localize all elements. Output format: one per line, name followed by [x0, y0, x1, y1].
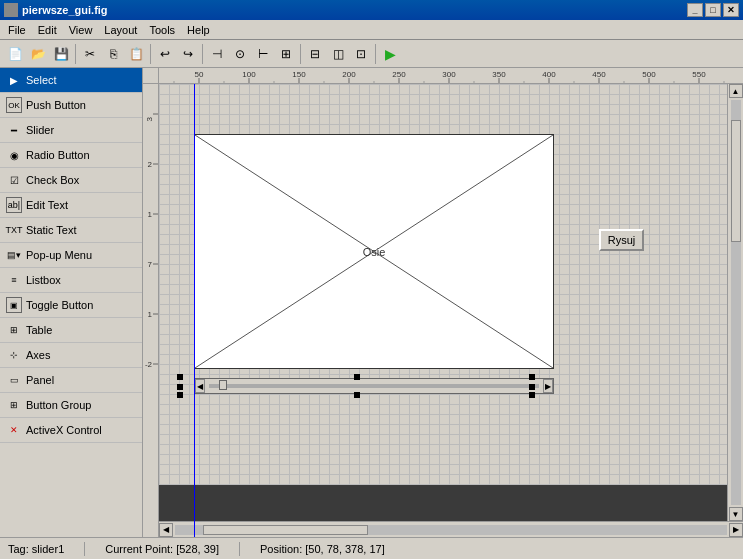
status-position: Position: [50, 78, 378, 17] — [260, 543, 385, 555]
open-button[interactable]: 📂 — [27, 43, 49, 65]
hscroll-track[interactable] — [175, 525, 727, 535]
align-center-button[interactable]: ⊙ — [229, 43, 251, 65]
menu-help[interactable]: Help — [181, 22, 216, 38]
slider-widget[interactable]: ◀ ▶ — [194, 378, 554, 394]
sidebar-label-static-text: Static Text — [26, 224, 77, 236]
handle-nw[interactable] — [177, 374, 183, 380]
sidebar-item-check-box[interactable]: ☑ Check Box — [0, 168, 142, 193]
slider-thumb[interactable] — [219, 380, 227, 390]
svg-text:550: 550 — [692, 70, 706, 79]
hscroll-thumb[interactable] — [203, 525, 369, 535]
align-right-button[interactable]: ⊢ — [252, 43, 274, 65]
listbox-icon: ≡ — [6, 272, 22, 288]
distribute-button[interactable]: ⊞ — [275, 43, 297, 65]
redo-button[interactable]: ↪ — [177, 43, 199, 65]
new-button[interactable]: 📄 — [4, 43, 26, 65]
sidebar-item-slider[interactable]: ━ Slider — [0, 118, 142, 143]
svg-text:1: 1 — [148, 310, 153, 319]
sidebar-item-popup-menu[interactable]: ▤▾ Pop-up Menu — [0, 243, 142, 268]
handle-sw[interactable] — [177, 392, 183, 398]
ruler-top: 50 100 150 200 250 300 350 400 450 500 — [159, 68, 743, 84]
main-layout: ▶ Select OK Push Button ━ Slider ◉ Radio… — [0, 68, 743, 537]
hscrollbar[interactable]: ◀ ▶ — [159, 521, 743, 537]
maximize-button[interactable]: □ — [705, 3, 721, 17]
svg-text:450: 450 — [592, 70, 606, 79]
undo-button[interactable]: ↩ — [154, 43, 176, 65]
grid-canvas[interactable]: Osie ◀ ▶ Rysuj — [159, 84, 743, 537]
cut-button[interactable]: ✂ — [79, 43, 101, 65]
handle-se[interactable] — [529, 392, 535, 398]
menu-file[interactable]: File — [2, 22, 32, 38]
sidebar-label-button-group: Button Group — [26, 399, 91, 411]
menu-view[interactable]: View — [63, 22, 99, 38]
canvas-area[interactable]: 50 100 150 200 250 300 350 400 450 500 — [143, 68, 743, 537]
popup-menu-icon: ▤▾ — [6, 247, 22, 263]
vscrollbar[interactable]: ▲ ▼ — [727, 84, 743, 521]
paste-button[interactable]: 📋 — [125, 43, 147, 65]
grid-button[interactable]: ⊟ — [304, 43, 326, 65]
sidebar-item-activex[interactable]: ✕ ActiveX Control — [0, 418, 142, 443]
align-left-button[interactable]: ⊣ — [206, 43, 228, 65]
vscroll-up-btn[interactable]: ▲ — [729, 84, 743, 98]
sidebar-item-toggle-button[interactable]: ▣ Toggle Button — [0, 293, 142, 318]
close-button[interactable]: ✕ — [723, 3, 739, 17]
axes-icon: ⊹ — [6, 347, 22, 363]
titlebar-title: pierwsze_gui.fig — [22, 4, 108, 16]
check-box-icon: ☑ — [6, 172, 22, 188]
minimize-button[interactable]: _ — [687, 3, 703, 17]
sidebar-item-axes[interactable]: ⊹ Axes — [0, 343, 142, 368]
sidebar-item-panel[interactable]: ▭ Panel — [0, 368, 142, 393]
titlebar-left: pierwsze_gui.fig — [4, 3, 108, 17]
sidebar-label-panel: Panel — [26, 374, 54, 386]
handle-n[interactable] — [354, 374, 360, 380]
menu-edit[interactable]: Edit — [32, 22, 63, 38]
slider-right-arrow[interactable]: ▶ — [543, 379, 553, 393]
slider-left-arrow[interactable]: ◀ — [195, 379, 205, 393]
status-sep2 — [239, 542, 240, 556]
snap-button[interactable]: ◫ — [327, 43, 349, 65]
vscroll-thumb[interactable] — [731, 120, 741, 242]
sidebar-label-edit-text: Edit Text — [26, 199, 68, 211]
sidebar-item-listbox[interactable]: ≡ Listbox — [0, 268, 142, 293]
something-button[interactable]: ⊡ — [350, 43, 372, 65]
sidebar-item-select[interactable]: ▶ Select — [0, 68, 142, 93]
sidebar-item-edit-text[interactable]: ab| Edit Text — [0, 193, 142, 218]
copy-button[interactable]: ⎘ — [102, 43, 124, 65]
sidebar-item-radio-button[interactable]: ◉ Radio Button — [0, 143, 142, 168]
play-button[interactable]: ▶ — [379, 43, 401, 65]
handle-w[interactable] — [177, 384, 183, 390]
sidebar-label-push-button: Push Button — [26, 99, 86, 111]
axes-widget[interactable]: Osie — [194, 134, 554, 369]
handle-s[interactable] — [354, 392, 360, 398]
slider-track[interactable] — [209, 384, 539, 388]
save-button[interactable]: 💾 — [50, 43, 72, 65]
menu-layout[interactable]: Layout — [98, 22, 143, 38]
rysuj-label: Rysuj — [608, 234, 636, 246]
titlebar-buttons[interactable]: _ □ ✕ — [687, 3, 739, 17]
sidebar-label-radio-button: Radio Button — [26, 149, 90, 161]
hscroll-right-btn[interactable]: ▶ — [729, 523, 743, 537]
svg-text:400: 400 — [542, 70, 556, 79]
sidebar-item-push-button[interactable]: OK Push Button — [0, 93, 142, 118]
vscroll-down-btn[interactable]: ▼ — [729, 507, 743, 521]
menu-tools[interactable]: Tools — [143, 22, 181, 38]
handle-ne[interactable] — [529, 374, 535, 380]
svg-text:300: 300 — [442, 70, 456, 79]
sep4 — [300, 44, 301, 64]
vscroll-track[interactable] — [731, 100, 741, 505]
status-tag: Tag: slider1 — [8, 543, 64, 555]
titlebar: pierwsze_gui.fig _ □ ✕ — [0, 0, 743, 20]
sidebar-item-button-group[interactable]: ⊞ Button Group — [0, 393, 142, 418]
svg-text:200: 200 — [342, 70, 356, 79]
sidebar-label-check-box: Check Box — [26, 174, 79, 186]
sidebar-item-table[interactable]: ⊞ Table — [0, 318, 142, 343]
handle-e[interactable] — [529, 384, 535, 390]
svg-text:-2: -2 — [145, 360, 153, 369]
sidebar-label-toggle-button: Toggle Button — [26, 299, 93, 311]
edit-text-icon: ab| — [6, 197, 22, 213]
select-icon: ▶ — [6, 72, 22, 88]
hscroll-left-btn[interactable]: ◀ — [159, 523, 173, 537]
rysuj-button[interactable]: Rysuj — [599, 229, 644, 251]
sep1 — [75, 44, 76, 64]
sidebar-item-static-text[interactable]: TXT Static Text — [0, 218, 142, 243]
